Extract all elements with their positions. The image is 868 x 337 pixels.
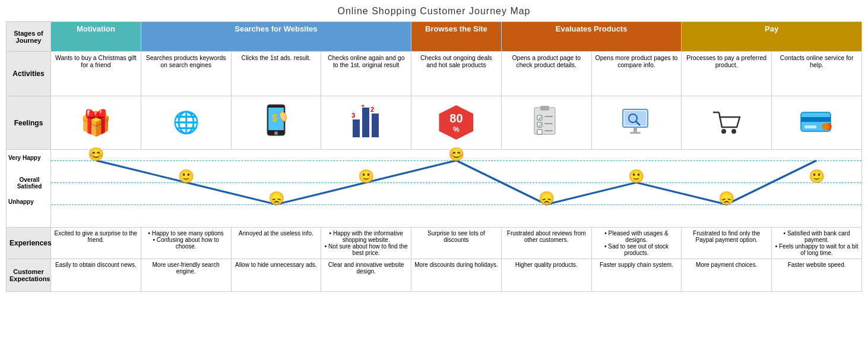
stage-motivation: Motivation (51, 22, 141, 52)
svg-rect-7 (372, 114, 379, 137)
activity-4: Checks online again and go to the 1st. o… (321, 52, 411, 96)
expectation-6: Higher quality products. (501, 259, 591, 292)
experience-9: • Satisfied with bank card payment. • Fe… (772, 228, 862, 259)
experience-2: • Happy to see many options • Confusing … (141, 228, 231, 259)
emotion-chart-cell: 😊 🙂 😞 🙂 😊 😞 🙂 😞 🙂 (51, 150, 862, 228)
checklist-svg: ✓ ✓ (531, 105, 561, 140)
svg-point-34 (822, 123, 829, 130)
experience-7: • Pleased with usages & designs. • Sad t… (591, 228, 682, 259)
monitor-svg (620, 106, 652, 139)
journey-map-table: Stages of Journey Motivation Searches fo… (6, 21, 862, 292)
activity-2: Searches products keywords on search eng… (141, 52, 231, 96)
activity-7: Opens more product pages to compare info… (591, 52, 682, 96)
stage-browses: Browses the Site (411, 22, 502, 52)
svg-rect-25 (633, 127, 637, 132)
svg-rect-6 (362, 108, 369, 137)
svg-text:1: 1 (361, 105, 365, 108)
emotion-face-8: 😞 (718, 191, 734, 206)
phone-dollar-svg: $ (261, 103, 291, 142)
svg-point-2 (274, 131, 278, 135)
feelings-row: Feelings 🎁 🌐 $ (7, 96, 862, 150)
expectation-8: More payment choices. (682, 259, 772, 292)
svg-point-29 (731, 129, 736, 134)
experience-4: • Happy with the informative shopping we… (321, 228, 411, 259)
activities-header: Activities (7, 52, 51, 96)
expectation-1: Easily to obtain discount news. (51, 259, 141, 292)
experiences-row: Experiences Excited to give a surprise t… (7, 228, 862, 259)
svg-rect-31 (801, 117, 831, 122)
svg-point-28 (721, 129, 726, 134)
activity-6: Opens a product page to check product de… (501, 52, 591, 96)
feeling-icon-6: ✓ ✓ (501, 96, 591, 150)
feeling-icon-9 (772, 96, 862, 150)
expectations-row: Customer Expectations Easily to obtain d… (7, 259, 862, 292)
level-overall-satisfied: Overall Satisfied (8, 177, 50, 190)
stage-pay: Pay (682, 22, 862, 52)
stage-evaluates: Evaluates Products (501, 22, 682, 52)
activity-8: Processes to pay a preferred product. (682, 52, 772, 96)
experience-3: Annoyed at the useless info. (231, 228, 321, 259)
svg-rect-12 (540, 106, 549, 111)
svg-rect-18 (544, 123, 553, 124)
svg-text:✓: ✓ (538, 115, 543, 121)
feeling-icon-1: 🎁 (51, 96, 141, 150)
svg-text:2: 2 (370, 106, 374, 113)
cart-svg (710, 106, 743, 139)
level-unhappy: Unhappy (8, 199, 34, 205)
feelings-header: Feelings (7, 96, 51, 150)
feeling-icon-7 (591, 96, 682, 150)
feeling-icon-2: 🌐 (141, 96, 231, 150)
feeling-icon-3: $ (231, 96, 321, 150)
feeling-icon-8 (682, 96, 772, 150)
emotion-face-3: 😞 (268, 191, 284, 206)
page-title: Online Shopping Customer Journey Map (6, 6, 862, 17)
activity-3: Clicks the 1st ads. result. (231, 52, 321, 96)
experience-5: Surprise to see lots of discounts (411, 228, 502, 259)
svg-rect-32 (804, 125, 816, 128)
stages-row: Stages of Journey Motivation Searches fo… (7, 22, 862, 52)
activity-1: Wants to buy a Christmas gift for a frie… (51, 52, 141, 96)
experience-8: Frustrated to find only the Paypal payme… (682, 228, 772, 259)
svg-rect-19 (537, 130, 542, 134)
expectation-5: More discounts during holidays. (411, 259, 502, 292)
emotion-face-9: 🙂 (809, 169, 825, 184)
activity-5: Checks out ongoing deals and hot sale pr… (411, 52, 502, 96)
feeling-icon-5: 80 % (411, 96, 502, 150)
emotion-face-6: 😞 (538, 191, 555, 206)
expectation-4: Clear and innovative website design. (321, 259, 411, 292)
stages-header: Stages of Journey (7, 22, 51, 52)
emotion-face-5: 😊 (448, 147, 464, 162)
emotion-levels-col: Very Happy Overall Satisfied Unhappy (7, 150, 51, 228)
credit-card-svg (800, 109, 834, 136)
emotion-face-1: 😊 (88, 147, 104, 162)
svg-text:3: 3 (351, 112, 355, 119)
expectation-2: More user-friendly search engine. (141, 259, 231, 292)
experiences-header: Experiences (7, 228, 51, 259)
experience-6: Frustrated about reviews from other cust… (501, 228, 591, 259)
bar-chart-svg: 3 1 2 (350, 105, 382, 140)
expectations-header: Customer Expectations (7, 259, 51, 292)
activities-row: Activities Wants to buy a Christmas gift… (7, 52, 862, 96)
svg-rect-26 (630, 132, 641, 134)
emotion-chart-row: Very Happy Overall Satisfied Unhappy (7, 150, 862, 228)
svg-text:✓: ✓ (538, 122, 543, 128)
expectation-7: Faster supply chain system. (591, 259, 682, 292)
svg-text:$: $ (272, 113, 277, 123)
emotion-face-7: 🙂 (628, 169, 644, 184)
expectation-3: Allow to hide unnecessary ads. (231, 259, 321, 292)
activity-9: Contacts online service for help. (772, 52, 862, 96)
emotion-face-2: 🙂 (178, 169, 194, 184)
svg-rect-20 (544, 130, 553, 131)
svg-rect-22 (625, 111, 646, 125)
svg-rect-5 (353, 119, 360, 137)
emotion-face-4: 🙂 (358, 169, 374, 184)
feeling-icon-4: 3 1 2 (321, 96, 411, 150)
level-very-happy: Very Happy (8, 155, 40, 161)
experience-1: Excited to give a surprise to the friend… (51, 228, 141, 259)
svg-rect-15 (544, 116, 553, 117)
stage-searches: Searches for Websites (141, 22, 411, 52)
expectation-9: Faster website speed. (772, 259, 862, 292)
